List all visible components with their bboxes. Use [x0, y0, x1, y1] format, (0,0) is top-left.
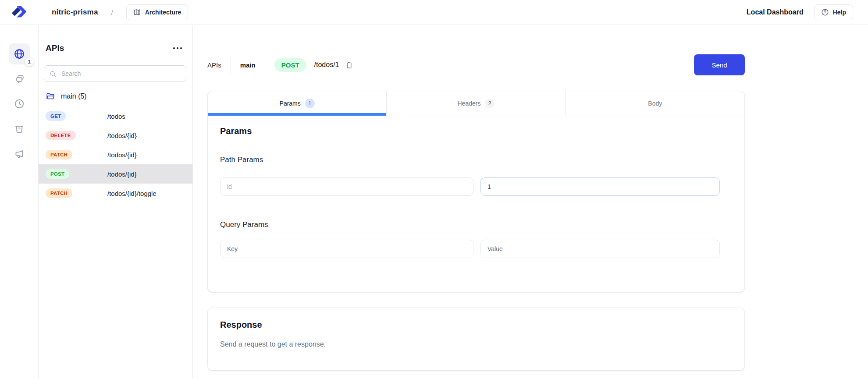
nav-item-apis[interactable]: 1: [9, 43, 30, 64]
sidebar-title: APIs: [46, 43, 64, 53]
method-badge-col: PATCH: [46, 188, 107, 198]
local-dashboard-label: Local Dashboard: [747, 8, 804, 16]
endpoint-row[interactable]: DELETE/todos/{id}: [39, 126, 192, 145]
archive-box-icon: [14, 123, 25, 135]
app-root: nitric-prisma / Architecture Local Dashb…: [0, 0, 868, 379]
method-badge-post: POST: [274, 58, 306, 72]
response-title: Response: [220, 319, 732, 330]
query-param-key-input[interactable]: [220, 240, 473, 258]
nav-item-schedules[interactable]: [9, 93, 30, 114]
response-empty-message: Send a request to get a response.: [220, 340, 732, 348]
endpoint-path: /todos/{id}: [107, 170, 137, 178]
architecture-button[interactable]: Architecture: [126, 4, 188, 20]
endpoint-row[interactable]: GET/todos: [39, 106, 192, 126]
nav-rail: 1: [0, 25, 39, 379]
globe-icon: [14, 48, 25, 60]
breadcrumb-separator: /: [111, 9, 113, 16]
map-icon: [133, 8, 141, 16]
search-icon: [49, 70, 57, 78]
response-card: Response Send a request to get a respons…: [207, 308, 745, 371]
chat-bubbles-icon: [14, 73, 25, 85]
tab-params[interactable]: Params1: [208, 91, 386, 116]
method-badge: PATCH: [46, 150, 72, 159]
tab-headers[interactable]: Headers2: [386, 91, 565, 116]
project-title: nitric-prisma: [52, 8, 98, 17]
tab-label: Headers: [458, 100, 481, 107]
sidebar-menu-button[interactable]: [172, 45, 183, 52]
help-button[interactable]: Help: [814, 4, 853, 20]
top-bar: nitric-prisma / Architecture Local Dashb…: [0, 0, 868, 25]
request-card: Params1Headers2Body Params Path Params Q…: [207, 91, 745, 292]
request-path: /todos/1: [314, 61, 339, 69]
endpoint-list: GET/todosDELETE/todos/{id}PATCH/todos/{i…: [39, 106, 192, 203]
tab-body[interactable]: Body: [566, 91, 744, 116]
nitric-logo[interactable]: [0, 3, 39, 21]
apis-sidebar: APIs main (5) GET/todosDELETE/todos/{id}…: [39, 25, 193, 379]
request-breadcrumb: APIs main POST /todos/1: [207, 56, 354, 74]
main-panel: APIs main POST /todos/1 Sen: [193, 25, 868, 379]
nav-item-websockets[interactable]: [9, 68, 30, 89]
method-badge-col: POST: [46, 169, 107, 179]
endpoint-path: /todos: [107, 113, 125, 120]
params-title: Params: [220, 126, 732, 136]
clock-icon: [14, 98, 25, 110]
tab-count-badge: 2: [485, 99, 494, 108]
tab-label: Body: [648, 100, 662, 107]
endpoint-path: /todos/{id}/toggle: [107, 190, 157, 197]
endpoint-row[interactable]: PATCH/todos/{id}/toggle: [39, 184, 192, 203]
method-badge-col: DELETE: [46, 131, 107, 140]
tab-label: Params: [280, 100, 301, 107]
query-param-value-input[interactable]: [480, 240, 720, 258]
megaphone-icon: [14, 148, 25, 159]
method-badge: PATCH: [46, 188, 72, 198]
method-badge: GET: [46, 111, 66, 121]
nav-item-storage[interactable]: [9, 118, 30, 139]
breadcrumb-divider: [265, 56, 265, 74]
tab-count-badge: 1: [305, 99, 315, 108]
api-group-main[interactable]: main (5): [39, 90, 192, 103]
params-tab-panel: Params Path Params Query Params: [208, 116, 744, 258]
nitric-logo-icon: [10, 3, 28, 21]
architecture-button-label: Architecture: [145, 9, 181, 16]
endpoint-path: /todos/{id}: [107, 132, 137, 139]
request-header-row: APIs main POST /todos/1 Sen: [207, 54, 745, 75]
sidebar-search[interactable]: [44, 65, 186, 82]
clipboard-copy-icon: [345, 61, 353, 69]
apis-count-badge: 1: [25, 57, 34, 67]
endpoint-row[interactable]: POST/todos/{id}: [39, 164, 192, 184]
send-button[interactable]: Send: [694, 54, 745, 75]
copy-path-button[interactable]: [344, 60, 354, 70]
breadcrumb-root: APIs: [207, 61, 221, 69]
endpoint-path: /todos/{id}: [107, 151, 137, 159]
help-button-label: Help: [833, 9, 846, 16]
query-params-title: Query Params: [220, 220, 732, 230]
breadcrumb-group: main: [240, 61, 256, 69]
method-badge-col: PATCH: [46, 150, 107, 159]
api-group-label: main (5): [61, 92, 87, 100]
path-params-title: Path Params: [220, 155, 732, 165]
breadcrumb-divider: [231, 56, 231, 74]
endpoint-row[interactable]: PATCH/todos/{id}: [39, 145, 192, 164]
method-badge: POST: [46, 169, 69, 179]
nav-item-topics[interactable]: [9, 143, 30, 164]
path-param-key-input[interactable]: [220, 177, 473, 196]
method-badge: DELETE: [46, 131, 76, 140]
help-circle-icon: [821, 8, 829, 16]
method-badge-col: GET: [46, 111, 107, 121]
header-right: Local Dashboard Help: [747, 4, 868, 20]
path-param-value-input[interactable]: [480, 177, 720, 196]
request-tabs: Params1Headers2Body: [208, 91, 744, 116]
search-input[interactable]: [60, 70, 181, 78]
folder-open-icon: [46, 92, 55, 101]
